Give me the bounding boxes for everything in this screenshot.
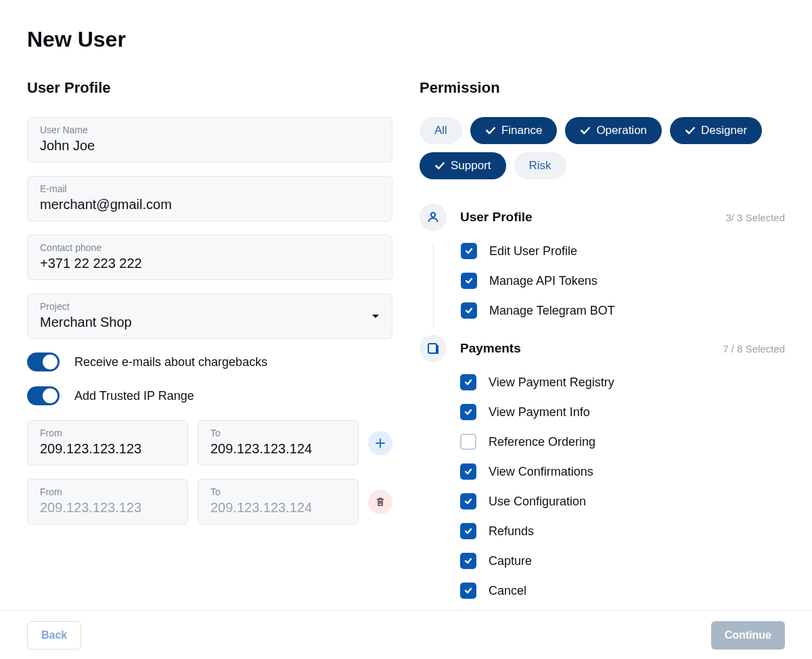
add-ip-button[interactable] xyxy=(368,431,392,455)
plus-icon xyxy=(375,438,386,449)
permission-checkbox[interactable] xyxy=(461,302,477,319)
username-field[interactable]: User Name John Joe xyxy=(27,117,392,162)
phone-label: Contact phone xyxy=(40,242,380,253)
permission-item-label: View Payment Info xyxy=(489,405,590,419)
permission-checkbox[interactable] xyxy=(460,553,476,569)
permission-group-header: Payments7 / 8 Selected xyxy=(420,335,785,362)
permission-item: Refunds xyxy=(460,523,785,539)
ip-row: From To xyxy=(27,479,392,524)
user-profile-section: User Profile User Name John Joe E-mail m… xyxy=(27,79,392,615)
ip-to-field[interactable]: To xyxy=(198,479,359,524)
role-chips: AllFinanceOperationDesignerSupportRisk xyxy=(420,117,785,179)
project-value: Merchant Shop xyxy=(40,315,362,330)
permission-item: Reference Ordering xyxy=(460,434,785,450)
permission-item-label: Use Configuration xyxy=(489,495,586,509)
permission-group-header: User Profile3/ 3 Selected xyxy=(420,204,785,231)
svg-rect-1 xyxy=(428,344,436,353)
permission-items: Edit User ProfileManage API TokensManage… xyxy=(433,243,785,328)
user-profile-heading: User Profile xyxy=(27,79,392,97)
ip-from-input[interactable] xyxy=(40,500,175,516)
permission-checkbox[interactable] xyxy=(461,243,477,259)
ip-from-value: 209.123.123.123 xyxy=(40,441,175,457)
permission-groups: User Profile3/ 3 SelectedEdit User Profi… xyxy=(420,204,785,615)
role-chip-label: All xyxy=(434,124,447,137)
ip-to-input[interactable] xyxy=(210,500,346,516)
permission-checkbox[interactable] xyxy=(460,463,476,480)
permission-group-count: 7 / 8 Selected xyxy=(723,343,785,355)
permission-item: View Confirmations xyxy=(460,463,785,480)
check-icon xyxy=(685,125,696,136)
page-title: New User xyxy=(27,27,785,52)
ip-range-toggle[interactable] xyxy=(27,386,60,405)
permission-item-label: Capture xyxy=(489,554,532,568)
permission-item: Use Configuration xyxy=(460,493,785,509)
permission-item-label: Refunds xyxy=(489,524,534,539)
phone-field[interactable]: Contact phone +371 22 223 222 xyxy=(27,235,392,280)
permission-item-label: Reference Ordering xyxy=(489,435,595,449)
check-icon xyxy=(485,125,496,136)
role-chip-label: Support xyxy=(451,159,491,173)
role-chip-support[interactable]: Support xyxy=(420,152,506,179)
permission-item: View Payment Info xyxy=(460,404,785,420)
permission-checkbox[interactable] xyxy=(460,374,476,390)
permission-checkbox[interactable] xyxy=(461,273,477,289)
permission-heading: Permission xyxy=(420,79,785,97)
role-chip-designer[interactable]: Designer xyxy=(670,117,762,144)
ip-to-label: To xyxy=(210,486,346,497)
ip-to-field[interactable]: To 209.123.123.124 xyxy=(198,420,359,465)
permission-item: Cancel xyxy=(460,583,785,599)
email-field[interactable]: E-mail merchant@gmail.com xyxy=(27,176,392,221)
continue-button[interactable]: Continue xyxy=(711,621,785,650)
permission-item-label: Cancel xyxy=(489,584,526,598)
ip-from-field[interactable]: From 209.123.123.123 xyxy=(27,420,188,465)
ip-from-label: From xyxy=(40,486,175,497)
footer-bar: Back Continue xyxy=(0,610,812,659)
check-icon xyxy=(434,160,445,171)
role-chip-operation[interactable]: Operation xyxy=(565,117,662,144)
ip-from-label: From xyxy=(40,428,175,438)
delete-ip-button[interactable] xyxy=(368,490,392,514)
ip-to-value: 209.123.123.124 xyxy=(210,441,346,457)
role-chip-label: Risk xyxy=(529,159,551,173)
permission-group-title: Payments xyxy=(460,341,521,356)
permission-item-label: View Confirmations xyxy=(489,465,593,479)
ip-from-field[interactable]: From xyxy=(27,479,188,524)
user-icon xyxy=(420,204,447,231)
permission-items: View Payment RegistryView Payment InfoRe… xyxy=(433,374,785,608)
chevron-down-icon xyxy=(371,314,380,319)
chargebacks-toggle[interactable] xyxy=(27,353,60,371)
check-icon xyxy=(580,125,591,136)
svg-point-0 xyxy=(431,212,435,217)
permission-group-title: User Profile xyxy=(460,210,533,225)
permission-group: User Profile3/ 3 SelectedEdit User Profi… xyxy=(420,204,785,335)
ip-row: From 209.123.123.123 To 209.123.123.124 xyxy=(27,420,392,465)
permission-group: Payments7 / 8 SelectedView Payment Regis… xyxy=(420,335,785,615)
trash-icon xyxy=(375,497,386,507)
back-button[interactable]: Back xyxy=(27,621,81,650)
permission-item-label: View Payment Registry xyxy=(489,376,614,390)
permission-checkbox[interactable] xyxy=(460,493,476,509)
email-label: E-mail xyxy=(40,183,380,194)
project-select[interactable]: Project Merchant Shop xyxy=(27,294,392,339)
ip-to-label: To xyxy=(210,428,346,438)
role-chip-label: Finance xyxy=(501,124,542,137)
permission-group-count: 3/ 3 Selected xyxy=(725,212,785,223)
permission-checkbox[interactable] xyxy=(460,583,476,599)
email-value: merchant@gmail.com xyxy=(40,197,380,212)
ip-range-toggle-label: Add Trusted IP Range xyxy=(74,389,194,403)
permission-checkbox[interactable] xyxy=(460,523,476,539)
permission-checkbox[interactable] xyxy=(460,434,476,450)
permission-section: Permission AllFinanceOperationDesignerSu… xyxy=(420,79,785,615)
permission-item: View Payment Registry xyxy=(460,374,785,390)
permission-item-label: Manage API Tokens xyxy=(489,274,597,288)
project-label: Project xyxy=(40,301,362,312)
permission-checkbox[interactable] xyxy=(460,404,476,420)
role-chip-risk[interactable]: Risk xyxy=(514,152,566,179)
role-chip-finance[interactable]: Finance xyxy=(470,117,557,144)
permission-item: Capture xyxy=(460,553,785,569)
permission-item: Manage Telegram BOT xyxy=(461,302,785,319)
chargebacks-toggle-label: Receive e-mails about chargebacks xyxy=(74,355,267,369)
role-chip-all[interactable]: All xyxy=(420,117,462,144)
permission-item: Manage API Tokens xyxy=(461,273,785,289)
role-chip-label: Designer xyxy=(701,124,747,137)
